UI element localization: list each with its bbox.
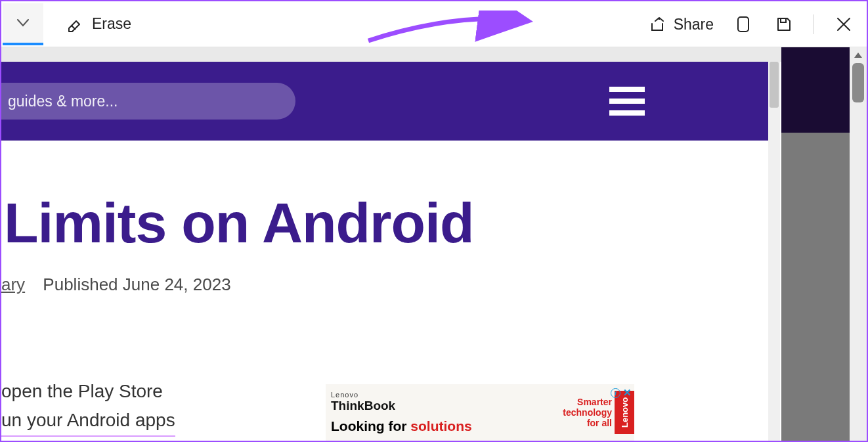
site-header: guides & more... bbox=[1, 62, 768, 141]
window-scrollbar[interactable] bbox=[850, 47, 867, 441]
article-body-fragment: open the Play Store un your Android apps bbox=[1, 377, 175, 437]
ad-banner[interactable]: Lenovo ThinkBook Looking for solutions S… bbox=[326, 384, 634, 441]
ad-controls: i ✕ bbox=[611, 387, 632, 399]
page-scrollbar-thumb[interactable] bbox=[770, 62, 779, 108]
erase-icon bbox=[64, 15, 83, 33]
triangle-up-icon bbox=[854, 52, 863, 58]
erase-label: Erase bbox=[92, 15, 131, 33]
erase-button[interactable]: Erase bbox=[59, 3, 137, 45]
share-label: Share bbox=[674, 16, 714, 33]
copy-icon bbox=[735, 15, 751, 33]
save-icon bbox=[775, 16, 792, 33]
chevron-down-icon bbox=[17, 19, 29, 27]
toolbar-divider bbox=[814, 14, 814, 34]
article-title: Limits on Android bbox=[1, 193, 768, 252]
captured-page: guides & more... Limits on Android ary P… bbox=[1, 62, 768, 441]
author-link[interactable]: ary bbox=[1, 275, 25, 294]
ad-info-icon[interactable]: i bbox=[611, 388, 620, 398]
published-date: June 24, 2023 bbox=[123, 275, 231, 294]
right-dark-panel bbox=[781, 47, 850, 133]
content-area: guides & more... Limits on Android ary P… bbox=[1, 47, 867, 441]
share-button[interactable]: Share bbox=[649, 16, 714, 33]
toolbar-right: Share bbox=[649, 1, 855, 47]
window-scrollbar-thumb[interactable] bbox=[852, 63, 864, 102]
ad-brand-big: ThinkBook bbox=[331, 399, 472, 413]
published-label: Published bbox=[43, 275, 118, 294]
hamburger-icon bbox=[609, 87, 645, 92]
close-button[interactable] bbox=[833, 13, 855, 35]
svg-rect-0 bbox=[738, 17, 749, 32]
ad-headline: Looking for solutions bbox=[331, 418, 472, 434]
search-placeholder: guides & more... bbox=[8, 93, 118, 110]
menu-button[interactable] bbox=[609, 87, 645, 116]
copy-button[interactable] bbox=[732, 13, 754, 35]
tool-dropdown[interactable] bbox=[3, 3, 43, 45]
close-icon bbox=[836, 17, 851, 32]
tab-strip bbox=[1, 47, 867, 62]
search-input[interactable]: guides & more... bbox=[1, 83, 295, 120]
save-button[interactable] bbox=[773, 13, 795, 35]
ad-left: Lenovo ThinkBook Looking for solutions bbox=[326, 391, 472, 434]
page-scrollbar[interactable] bbox=[768, 62, 780, 441]
share-icon bbox=[649, 16, 666, 33]
article: Limits on Android ary Published June 24,… bbox=[1, 141, 768, 295]
article-meta: ary Published June 24, 2023 bbox=[1, 275, 768, 295]
right-pane bbox=[781, 47, 867, 441]
ad-close-icon[interactable]: ✕ bbox=[623, 387, 632, 399]
scroll-up-button[interactable] bbox=[850, 47, 867, 63]
screenshot-toolbar: Erase Share bbox=[1, 1, 867, 47]
ad-slogan: Smarter technology for all bbox=[563, 397, 612, 428]
ad-brand-small: Lenovo bbox=[331, 391, 472, 399]
